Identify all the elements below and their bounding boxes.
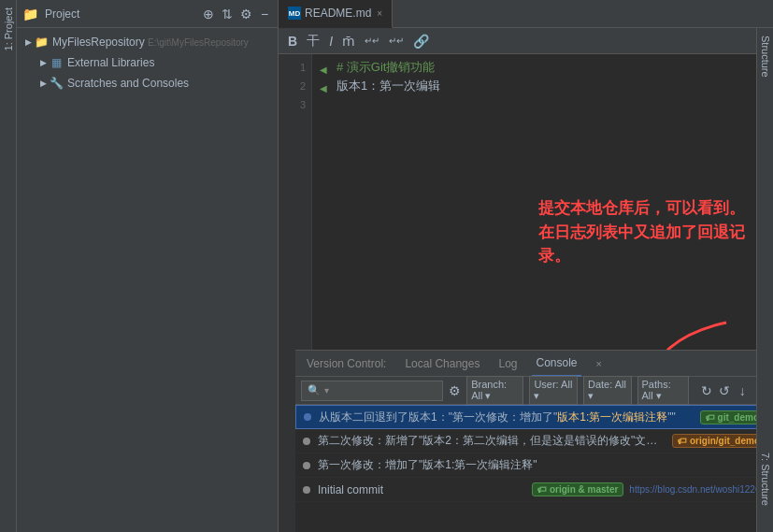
paths-selector[interactable]: Paths: All ▾ [637,376,690,405]
underline-btn[interactable]: m̄ [340,34,357,49]
tab-filename: README.md [305,7,371,20]
chart-icon-libs: ▦ [49,55,64,70]
git-log-item-4[interactable]: Initial commit 🏷 origin & master https:/… [295,478,773,502]
tree-label-root: MyFilesRepository E:\git\MyFilesReposito… [52,36,249,49]
git-log-list: 从版本二回退到了版本1："第一次修改：增加了"版本1:第一次编辑注释"" 🏷 g… [295,405,773,532]
tree-item-scratches[interactable]: ▶ 🔧 Scratches and Consoles [17,73,278,93]
tree-arrow-scratch: ▶ [37,78,49,89]
project-title: Project [41,7,197,21]
tree-label-libs: External Libraries [67,56,154,69]
bottom-panel: Version Control: Local Changes Log Conso… [295,350,773,532]
tree-item-external-libs[interactable]: ▶ ▦ External Libraries [17,52,278,73]
date-selector[interactable]: Date: All ▾ [583,376,632,405]
code-line-1: ◀ # 演示Git撤销功能 [320,58,766,77]
right-side-tab[interactable]: Structure 7: Structure [756,28,773,532]
main-layout: 📁 Project ⊕ ⇅ ⚙ − ▶ 📁 MyFilesRepository … [17,0,773,532]
side-tab[interactable]: 1: Project [0,0,17,532]
tree-item-root[interactable]: ▶ 📁 MyFilesRepository E:\git\MyFilesRepo… [17,32,278,52]
gear-icon[interactable]: ⚙ [238,7,253,22]
git-log-message-4: Initial commit [318,483,526,496]
search-arrow-icon: ▾ [324,385,329,395]
git-log-item-3[interactable]: 第一次修改：增加了"版本1:第一次编辑注释" [295,453,773,478]
bottom-toolbar: 🔍 ▾ ⚙ Branch: All ▾ User: All ▾ Date: Al… [295,377,773,405]
project-tree: ▶ 📁 MyFilesRepository E:\git\MyFilesRepo… [17,28,278,532]
newline-btn2[interactable]: ↵↵ [387,36,406,46]
git-dot-2 [303,438,310,445]
bottom-tabs: Version Control: Local Changes Log Conso… [295,351,773,377]
code-content-1: # 演示Git撤销功能 [336,58,435,77]
bold-btn[interactable]: B [286,34,299,49]
project-toolbar: 📁 Project ⊕ ⇅ ⚙ − [17,0,278,28]
git-dot-1 [304,413,311,421]
down-icon[interactable]: ↓ [737,383,749,398]
side-tab-label: 1: Project [1,0,16,58]
tree-arrow-libs: ▶ [37,57,49,68]
folder-icon-root: 📁 [34,35,49,50]
git-dot-3 [303,462,310,469]
refresh-icon[interactable]: ↻ [700,383,712,398]
project-folder-icon: 📁 [22,7,37,22]
tab-log[interactable]: Log [494,351,521,377]
branch-selector[interactable]: Branch: All ▾ [466,376,523,405]
code-line-3 [320,95,766,114]
line-num-1: 1 [300,58,306,77]
git-log-item-1[interactable]: 从版本二回退到了版本1："第一次修改：增加了"版本1:第一次编辑注释"" 🏷 g… [295,405,773,429]
editor-panel: MD README.md × B 干 I m̄ ↵↵ ↵↵ 🔗 1 2 3 [279,0,773,532]
italic-btn[interactable]: I [327,34,335,49]
tab-console[interactable]: Console [532,351,580,377]
code-content-2: 版本1：第一次编辑 [336,77,440,95]
git-log-message-3: 第一次修改：增加了"版本1:第一次编辑注释" [318,457,766,473]
globe-icon[interactable]: ⊕ [201,7,216,22]
git-gutter-icon-2: ◀ [320,79,333,93]
split-icon[interactable]: ⇅ [220,7,235,22]
line-num-3: 3 [300,95,306,114]
editor-toolbar: B 干 I m̄ ↵↵ ↵↵ 🔗 [279,28,773,54]
git-log-message-1: 从版本二回退到了版本1："第一次修改：增加了"版本1:第一次编辑注释"" [319,410,694,425]
structure-bottom-label: 7: Structure [758,445,773,513]
git-log-item-2[interactable]: 第二次修改：新增了"版本2：第二次编辑，但是这是错误的修改"文本内容 🏷 ori… [295,429,773,453]
minus-icon[interactable]: − [257,7,272,22]
git-gutter-icon-1: ◀ [320,61,333,74]
scratch-icon: 🔧 [49,76,64,91]
user-selector[interactable]: User: All ▾ [529,376,578,405]
settings-icon[interactable]: ⚙ [449,383,461,398]
git-tag-4: 🏷 origin & master [532,482,623,496]
line-num-2: 2 [300,77,306,95]
copy-icon[interactable]: ↺ [718,383,730,398]
code-line-2: ◀ 版本1：第一次编辑 [320,77,766,95]
tab-close-icon[interactable]: × [377,8,382,19]
link-btn[interactable]: 🔗 [411,34,431,49]
tree-label-scratches: Scratches and Consoles [67,77,189,90]
structure-tab-label: Structure [758,28,773,85]
git-log-url-4: https://blog.csdn.net/woshi1226a [629,484,766,495]
newline-btn1[interactable]: ↵↵ [363,36,381,46]
tab-version-control-label: Version Control: [303,351,390,377]
project-panel: 📁 Project ⊕ ⇅ ⚙ − ▶ 📁 MyFilesRepository … [17,0,279,532]
tab-file-icon: MD [288,7,301,20]
git-dot-4 [303,486,310,494]
tree-arrow-root: ▶ [22,36,34,48]
search-box[interactable]: 🔍 ▾ [301,381,443,401]
editor-tabs: MD README.md × [279,0,773,28]
tab-local-changes[interactable]: Local Changes [401,351,483,377]
format-btn[interactable]: 干 [305,33,322,50]
git-log-message-2: 第二次修改：新增了"版本2：第二次编辑，但是这是错误的修改"文本内容 [318,433,666,449]
editor-tab-readme[interactable]: MD README.md × [279,0,393,28]
git-tag-1: 🏷 git_demo [700,410,765,424]
git-tag-2: 🏷 origin/git_demo [672,434,766,448]
tab-console-close[interactable]: × [593,351,606,377]
search-icon: 🔍 [308,384,321,396]
